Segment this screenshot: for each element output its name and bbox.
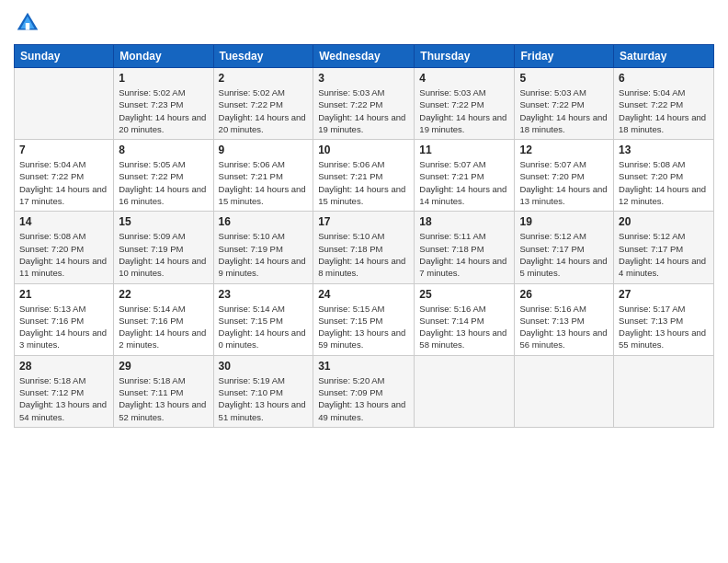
calendar-cell: 3Sunrise: 5:03 AM Sunset: 7:22 PM Daylig… [313,68,415,140]
day-number: 7 [19,144,108,156]
day-info: Sunrise: 5:07 AM Sunset: 7:21 PM Dayligh… [419,158,509,207]
day-number: 26 [519,288,609,301]
day-info: Sunrise: 5:18 AM Sunset: 7:11 PM Dayligh… [119,374,208,423]
day-info: Sunrise: 5:17 AM Sunset: 7:13 PM Dayligh… [619,303,709,351]
day-number: 10 [318,144,409,156]
day-header-tuesday: Tuesday [213,45,313,68]
calendar-cell: 12Sunrise: 5:07 AM Sunset: 7:20 PM Dayli… [515,140,614,212]
calendar-cell: 16Sunrise: 5:10 AM Sunset: 7:19 PM Dayli… [213,212,313,283]
calendar-cell: 15Sunrise: 5:09 AM Sunset: 7:19 PM Dayli… [114,212,213,283]
calendar-cell: 24Sunrise: 5:15 AM Sunset: 7:15 PM Dayli… [313,283,415,355]
calendar-cell: 26Sunrise: 5:16 AM Sunset: 7:13 PM Dayli… [515,283,614,355]
day-info: Sunrise: 5:12 AM Sunset: 7:17 PM Dayligh… [619,230,709,279]
calendar-table: SundayMondayTuesdayWednesdayThursdayFrid… [14,44,714,428]
day-info: Sunrise: 5:03 AM Sunset: 7:22 PM Dayligh… [519,86,609,135]
day-info: Sunrise: 5:15 AM Sunset: 7:15 PM Dayligh… [318,303,409,351]
day-header-saturday: Saturday [614,45,714,68]
day-info: Sunrise: 5:04 AM Sunset: 7:22 PM Dayligh… [619,86,709,135]
day-number: 5 [519,72,609,85]
day-header-monday: Monday [114,45,213,68]
day-number: 14 [19,215,108,228]
day-info: Sunrise: 5:12 AM Sunset: 7:17 PM Dayligh… [519,230,609,279]
day-info: Sunrise: 5:03 AM Sunset: 7:22 PM Dayligh… [419,86,509,135]
day-info: Sunrise: 5:06 AM Sunset: 7:21 PM Dayligh… [219,158,309,207]
calendar-cell: 9Sunrise: 5:06 AM Sunset: 7:21 PM Daylig… [213,140,313,212]
calendar-cell: 28Sunrise: 5:18 AM Sunset: 7:12 PM Dayli… [15,355,114,427]
day-number: 22 [119,288,208,301]
day-number: 28 [19,360,108,373]
calendar-week-row: 1Sunrise: 5:02 AM Sunset: 7:23 PM Daylig… [15,68,714,140]
calendar-cell: 25Sunrise: 5:16 AM Sunset: 7:14 PM Dayli… [415,283,515,355]
day-info: Sunrise: 5:14 AM Sunset: 7:16 PM Dayligh… [119,303,208,351]
calendar-cell [515,355,614,427]
day-info: Sunrise: 5:08 AM Sunset: 7:20 PM Dayligh… [19,230,108,279]
calendar-week-row: 7Sunrise: 5:04 AM Sunset: 7:22 PM Daylig… [15,140,714,212]
day-info: Sunrise: 5:10 AM Sunset: 7:18 PM Dayligh… [318,230,409,279]
day-info: Sunrise: 5:02 AM Sunset: 7:23 PM Dayligh… [119,86,208,135]
day-info: Sunrise: 5:20 AM Sunset: 7:09 PM Dayligh… [318,374,409,423]
day-info: Sunrise: 5:02 AM Sunset: 7:22 PM Dayligh… [219,86,309,135]
calendar-cell: 7Sunrise: 5:04 AM Sunset: 7:22 PM Daylig… [15,140,114,212]
calendar-cell: 30Sunrise: 5:19 AM Sunset: 7:10 PM Dayli… [213,355,313,427]
day-number: 12 [519,144,609,156]
day-number: 1 [119,72,208,85]
day-info: Sunrise: 5:05 AM Sunset: 7:22 PM Dayligh… [119,158,208,207]
calendar-cell: 13Sunrise: 5:08 AM Sunset: 7:20 PM Dayli… [614,140,714,212]
day-info: Sunrise: 5:07 AM Sunset: 7:20 PM Dayligh… [519,158,609,207]
day-info: Sunrise: 5:16 AM Sunset: 7:13 PM Dayligh… [519,303,609,351]
day-number: 9 [219,144,309,156]
day-info: Sunrise: 5:10 AM Sunset: 7:19 PM Dayligh… [219,230,309,279]
day-number: 24 [318,288,409,301]
day-number: 13 [619,144,709,156]
calendar-cell: 23Sunrise: 5:14 AM Sunset: 7:15 PM Dayli… [213,283,313,355]
day-number: 11 [419,144,509,156]
logo-icon [14,9,41,37]
day-number: 15 [119,215,208,228]
calendar-cell: 27Sunrise: 5:17 AM Sunset: 7:13 PM Dayli… [614,283,714,355]
header [14,9,714,37]
day-number: 19 [519,215,609,228]
calendar-cell [415,355,515,427]
page-container: SundayMondayTuesdayWednesdayThursdayFrid… [0,0,728,437]
day-number: 31 [318,360,409,373]
day-info: Sunrise: 5:11 AM Sunset: 7:18 PM Dayligh… [419,230,509,279]
calendar-cell: 18Sunrise: 5:11 AM Sunset: 7:18 PM Dayli… [415,212,515,283]
day-info: Sunrise: 5:09 AM Sunset: 7:19 PM Dayligh… [119,230,208,279]
calendar-cell: 14Sunrise: 5:08 AM Sunset: 7:20 PM Dayli… [15,212,114,283]
day-number: 2 [219,72,309,85]
day-header-thursday: Thursday [415,45,515,68]
day-info: Sunrise: 5:16 AM Sunset: 7:14 PM Dayligh… [419,303,509,351]
calendar-cell: 1Sunrise: 5:02 AM Sunset: 7:23 PM Daylig… [114,68,213,140]
day-info: Sunrise: 5:18 AM Sunset: 7:12 PM Dayligh… [19,374,108,423]
day-header-wednesday: Wednesday [313,45,415,68]
calendar-week-row: 21Sunrise: 5:13 AM Sunset: 7:16 PM Dayli… [15,283,714,355]
day-header-friday: Friday [515,45,614,68]
day-info: Sunrise: 5:04 AM Sunset: 7:22 PM Dayligh… [19,158,108,207]
calendar-week-row: 14Sunrise: 5:08 AM Sunset: 7:20 PM Dayli… [15,212,714,283]
calendar-cell: 11Sunrise: 5:07 AM Sunset: 7:21 PM Dayli… [415,140,515,212]
day-info: Sunrise: 5:03 AM Sunset: 7:22 PM Dayligh… [318,86,409,135]
day-number: 3 [318,72,409,85]
calendar-cell: 19Sunrise: 5:12 AM Sunset: 7:17 PM Dayli… [515,212,614,283]
calendar-cell [15,68,114,140]
day-number: 20 [619,215,709,228]
day-number: 18 [419,215,509,228]
day-info: Sunrise: 5:06 AM Sunset: 7:21 PM Dayligh… [318,158,409,207]
day-number: 8 [119,144,208,156]
day-number: 6 [619,72,709,85]
day-number: 16 [219,215,309,228]
svg-rect-2 [26,23,30,30]
day-number: 23 [219,288,309,301]
calendar-cell: 8Sunrise: 5:05 AM Sunset: 7:22 PM Daylig… [114,140,213,212]
calendar-cell: 29Sunrise: 5:18 AM Sunset: 7:11 PM Dayli… [114,355,213,427]
calendar-cell: 4Sunrise: 5:03 AM Sunset: 7:22 PM Daylig… [415,68,515,140]
day-info: Sunrise: 5:14 AM Sunset: 7:15 PM Dayligh… [219,303,309,351]
calendar-cell: 22Sunrise: 5:14 AM Sunset: 7:16 PM Dayli… [114,283,213,355]
calendar-cell: 2Sunrise: 5:02 AM Sunset: 7:22 PM Daylig… [213,68,313,140]
day-info: Sunrise: 5:19 AM Sunset: 7:10 PM Dayligh… [219,374,309,423]
calendar-cell [614,355,714,427]
day-number: 30 [219,360,309,373]
calendar-cell: 31Sunrise: 5:20 AM Sunset: 7:09 PM Dayli… [313,355,415,427]
logo [14,9,45,37]
calendar-cell: 20Sunrise: 5:12 AM Sunset: 7:17 PM Dayli… [614,212,714,283]
